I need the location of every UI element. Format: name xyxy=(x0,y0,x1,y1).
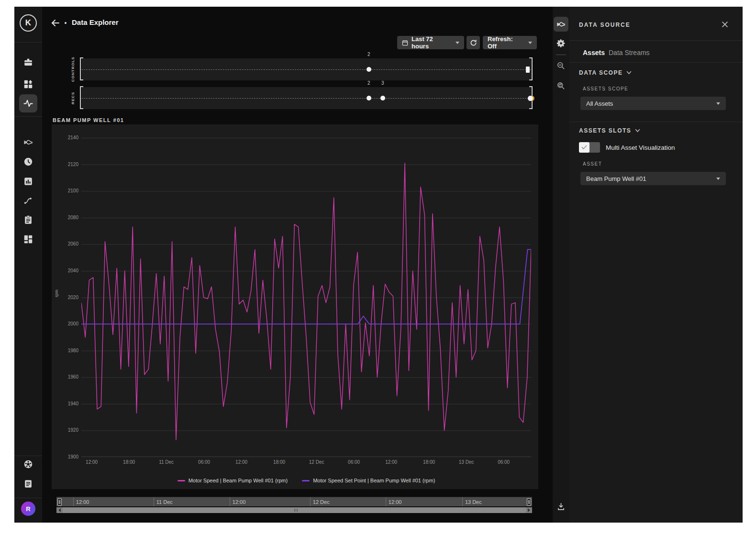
activity-icon[interactable] xyxy=(23,98,33,109)
asset-value: Beam Pump Well #01 xyxy=(586,175,646,182)
bar-chart-icon[interactable] xyxy=(23,176,33,187)
assets-scope-dropdown[interactable]: All Assets xyxy=(580,97,726,110)
check-icon xyxy=(581,145,587,150)
event-marker-dot[interactable] xyxy=(367,96,371,100)
app-window: K xyxy=(14,7,743,523)
chevron-down-icon xyxy=(635,129,640,133)
divider xyxy=(14,116,42,117)
data-source-panel: DATA SOURCE Assets Data Streams DATA SCO… xyxy=(569,7,743,523)
scrollbar-grip[interactable] xyxy=(294,509,298,512)
avatar-initial: R xyxy=(26,505,30,513)
x-tick-label: 18:00 xyxy=(415,459,444,465)
legend-item[interactable]: Motor Speed Set Point | Beam Pump Well #… xyxy=(302,478,435,483)
x-tick-label: 12:00 xyxy=(377,459,406,465)
zoom-out-icon[interactable] xyxy=(556,61,566,71)
left-sidebar: K xyxy=(14,7,42,523)
x-tick-label: 12:00 xyxy=(227,459,256,465)
clock-icon[interactable] xyxy=(23,156,33,167)
refresh-mode-dropdown[interactable]: Refresh: Off xyxy=(483,36,537,49)
event-marker-dot[interactable] xyxy=(380,96,385,100)
y-tick-label: 1940 xyxy=(68,401,78,406)
apps-add-icon[interactable] xyxy=(23,79,33,89)
minimap-left-handle[interactable] xyxy=(57,498,62,506)
time-range-dropdown[interactable]: Last 72 hours xyxy=(397,36,464,49)
x-tick-label: 18:00 xyxy=(115,459,144,465)
chevron-down-icon xyxy=(456,42,459,44)
data-scope-header-text: DATA SCOPE xyxy=(579,69,623,76)
back-arrow-icon[interactable] xyxy=(51,19,60,27)
divider xyxy=(569,122,743,122)
toggle-thumb xyxy=(579,142,589,153)
scroll-left-button[interactable] xyxy=(56,507,63,513)
set-point-line xyxy=(81,249,531,324)
x-tick-label: 13 Dec xyxy=(452,459,481,465)
divider xyxy=(14,456,42,456)
event-marker-count: 2 xyxy=(367,52,370,57)
x-tick-label: 06:00 xyxy=(340,459,368,465)
chevron-down-icon xyxy=(716,178,720,180)
y-tick-label: 2060 xyxy=(68,241,78,246)
recs-end-marker[interactable] xyxy=(528,96,533,101)
minimap-time-label: 12:00 xyxy=(73,497,89,506)
chevron-down-icon xyxy=(626,71,632,75)
assets-scope-value: All Assets xyxy=(586,100,613,107)
user-avatar[interactable]: R xyxy=(21,502,35,516)
zoom-reset-icon[interactable] xyxy=(556,81,566,91)
controls-end-marker[interactable] xyxy=(526,67,530,73)
y-tick-label: 2140 xyxy=(68,135,78,140)
download-icon[interactable] xyxy=(556,502,566,512)
multi-asset-toggle[interactable] xyxy=(579,142,600,153)
assets-slots-header-text: ASSETS SLOTS xyxy=(579,127,631,134)
controls-track-label: CONTROLS xyxy=(67,58,78,80)
minimap-time-label: 11 Dec xyxy=(154,497,173,506)
page-title: Data Explorer xyxy=(72,18,119,26)
y-tick-label: 1980 xyxy=(68,348,78,353)
minimap-time-label: 12:00 xyxy=(230,497,246,506)
minimap-right-handle[interactable] xyxy=(527,498,531,506)
title-dot xyxy=(65,22,67,24)
legend-label: Motor Speed Set Point | Beam Pump Well #… xyxy=(313,478,435,483)
scroll-right-button[interactable] xyxy=(526,507,532,513)
horizontal-scrollbar[interactable] xyxy=(56,507,532,513)
timeline-minimap[interactable]: 12:0011 Dec12:0012 Dec12:0013 Dec xyxy=(56,497,532,506)
calendar-icon[interactable] xyxy=(23,57,33,67)
multi-asset-toggle-label: Multi Asset Visualization xyxy=(606,144,675,151)
chevron-down-icon xyxy=(528,42,532,44)
chart-plot[interactable] xyxy=(81,138,531,457)
panel-title: DATA SOURCE xyxy=(579,22,631,28)
trend-lines-icon[interactable] xyxy=(23,137,33,147)
support-icon[interactable] xyxy=(23,459,33,469)
legend-label: Motor Speed | Beam Pump Well #01 (rpm) xyxy=(189,478,288,483)
divider xyxy=(569,40,743,41)
minimap-time-label: 12 Dec xyxy=(310,497,330,506)
release-notes-icon[interactable] xyxy=(23,479,33,489)
legend-swatch xyxy=(302,480,310,481)
tab-data-streams[interactable]: Data Streams xyxy=(609,49,650,56)
dashboard-icon[interactable] xyxy=(23,234,33,245)
recs-track[interactable]: 23 xyxy=(81,87,531,109)
assets-slots-section-header[interactable]: ASSETS SLOTS xyxy=(579,127,640,134)
settings-gear-icon[interactable] xyxy=(556,38,566,48)
flow-icon[interactable] xyxy=(23,195,33,206)
asset-label: ASSET xyxy=(583,161,602,167)
divider xyxy=(569,62,743,63)
asset-dropdown[interactable]: Beam Pump Well #01 xyxy=(580,172,726,185)
data-scope-section-header[interactable]: DATA SCOPE xyxy=(579,69,632,76)
event-marker-dot[interactable] xyxy=(367,67,371,72)
close-icon[interactable] xyxy=(721,20,729,29)
event-marker-count: 3 xyxy=(381,80,384,86)
tab-assets[interactable]: Assets xyxy=(583,49,605,56)
x-tick-label: 06:00 xyxy=(489,459,518,465)
clipboard-icon[interactable] xyxy=(23,214,33,225)
kelvin-logo[interactable]: K xyxy=(20,14,37,32)
divider xyxy=(556,55,566,55)
refresh-button[interactable] xyxy=(467,36,480,49)
x-tick-label: 12:00 xyxy=(78,459,106,465)
trend-tool-icon[interactable] xyxy=(556,19,566,29)
chart-legend: Motor Speed | Beam Pump Well #01 (rpm)Mo… xyxy=(81,478,531,483)
minimap-time-label: 13 Dec xyxy=(462,497,482,506)
divider xyxy=(14,498,42,498)
x-tick-label: 18:00 xyxy=(265,459,294,465)
legend-item[interactable]: Motor Speed | Beam Pump Well #01 (rpm) xyxy=(178,478,288,483)
controls-track[interactable]: 2 xyxy=(81,58,531,80)
